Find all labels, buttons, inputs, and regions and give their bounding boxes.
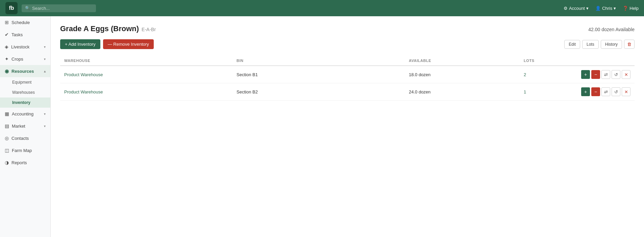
contacts-icon: ◎ [5, 135, 9, 141]
warehouses-label: Warehouses [12, 90, 35, 95]
user-chevron-icon: ▾ [614, 6, 616, 11]
delete-button[interactable]: 🗑 [624, 40, 635, 49]
sidebar-item-label: Schedule [11, 20, 30, 25]
row-actions-0: + − ⇄ ↺ ✕ [581, 70, 630, 79]
cell-bin-0: Section B1 [232, 66, 405, 83]
inventory-table: WAREHOUSE BIN AVAILABLE LOTS Product War… [60, 56, 635, 101]
resources-chevron-icon: ▴ [44, 69, 46, 73]
edit-button[interactable]: Edit [564, 40, 580, 49]
sidebar-item-crops[interactable]: ✦ Crops ▾ [0, 53, 50, 65]
help-icon: ❓ [623, 6, 628, 11]
equipment-label: Equipment [12, 80, 31, 85]
cell-lots-1: 1 [520, 83, 577, 101]
row-actions-1: + − ⇄ ↺ ✕ [581, 87, 630, 96]
lots-button[interactable]: Lots [582, 40, 599, 49]
sidebar-item-label: Reports [11, 160, 27, 165]
cell-bin-1: Section B2 [232, 83, 405, 101]
table-row: Product Warehouse Section B1 18.0 dozen … [60, 66, 635, 83]
lots-link-1[interactable]: 1 [524, 89, 526, 94]
sidebar-item-label: Contacts [11, 136, 29, 141]
sidebar-item-label: Crops [11, 57, 23, 62]
top-nav: fb 🔍 ⚙ Account ▾ 👤 Chris ▾ ❓ Help [0, 0, 644, 16]
action-left: + Add Inventory — Remove Inventory [60, 39, 154, 49]
app-logo: fb [5, 2, 18, 14]
page-header: Grade A Eggs (Brown) E-A-Br 42.00 dozen … [60, 24, 635, 33]
page-title: Grade A Eggs (Brown) [60, 24, 139, 33]
sidebar-item-contacts[interactable]: ◎ Contacts [0, 132, 50, 144]
sidebar-item-tasks[interactable]: ✔ Tasks [0, 28, 50, 41]
row-delete-button-1[interactable]: ✕ [622, 87, 630, 96]
row-add-button-1[interactable]: + [581, 87, 590, 96]
action-right: Edit Lots History 🗑 [564, 40, 635, 49]
table-row: Product Warehouse Section B2 24.0 dozen … [60, 83, 635, 101]
history-button[interactable]: History [601, 40, 622, 49]
sidebar-item-resources[interactable]: ◉ Resources ▴ [0, 65, 50, 77]
col-header-actions [577, 56, 635, 66]
sidebar-item-livestock[interactable]: ◈ Livestock ▾ [0, 41, 50, 53]
sidebar-item-schedule[interactable]: ⊞ Schedule [0, 16, 50, 28]
sidebar-subitem-warehouses[interactable]: Warehouses [0, 87, 50, 98]
available-text: 42.00 dozen Available [588, 27, 635, 32]
sidebar-subitem-equipment[interactable]: Equipment [0, 77, 50, 87]
row-transfer-button-1[interactable]: ⇄ [601, 87, 610, 96]
row-add-button-0[interactable]: + [581, 70, 590, 79]
sidebar-item-label: Farm Map [12, 148, 32, 153]
gear-icon: ⚙ [564, 6, 568, 11]
cell-lots-0: 2 [520, 66, 577, 83]
table-body: Product Warehouse Section B1 18.0 dozen … [60, 66, 635, 101]
remove-inventory-button[interactable]: — Remove Inventory [103, 39, 154, 49]
sidebar-subitem-inventory[interactable]: Inventory [0, 98, 50, 108]
sidebar-item-market[interactable]: ▤ Market ▾ [0, 120, 50, 132]
search-box: 🔍 [22, 4, 96, 12]
sidebar-item-accounting[interactable]: ▦ Accounting ▾ [0, 108, 50, 120]
nav-right: ⚙ Account ▾ 👤 Chris ▾ ❓ Help [564, 6, 639, 11]
sidebar-item-farm-map[interactable]: ◫ Farm Map [0, 144, 50, 156]
row-undo-button-1[interactable]: ↺ [612, 87, 620, 96]
resources-icon: ◉ [5, 68, 9, 74]
market-icon: ▤ [5, 123, 9, 129]
lots-link-0[interactable]: 2 [524, 72, 526, 77]
tasks-icon: ✔ [5, 32, 9, 37]
user-menu[interactable]: 👤 Chris ▾ [595, 6, 616, 11]
col-header-lots: LOTS [520, 56, 577, 66]
row-remove-button-1[interactable]: − [591, 87, 600, 96]
account-chevron-icon: ▾ [586, 6, 589, 11]
action-bar: + Add Inventory — Remove Inventory Edit … [60, 39, 635, 49]
account-menu[interactable]: ⚙ Account ▾ [564, 6, 589, 11]
market-chevron-icon: ▾ [44, 124, 46, 128]
farm-map-icon: ◫ [5, 148, 9, 153]
reports-icon: ◑ [5, 160, 9, 165]
row-transfer-button-0[interactable]: ⇄ [601, 70, 610, 79]
table-header: WAREHOUSE BIN AVAILABLE LOTS [60, 56, 635, 66]
col-header-available: AVAILABLE [405, 56, 520, 66]
sidebar-item-label: Resources [11, 69, 34, 74]
col-header-bin: BIN [232, 56, 405, 66]
row-remove-button-0[interactable]: − [591, 70, 600, 79]
sidebar-item-label: Tasks [11, 32, 23, 37]
user-label: Chris [602, 6, 612, 11]
row-delete-button-0[interactable]: ✕ [622, 70, 630, 79]
search-icon: 🔍 [25, 6, 30, 10]
sidebar-item-label: Market [12, 124, 25, 129]
main-content: Grade A Eggs (Brown) E-A-Br 42.00 dozen … [51, 16, 644, 237]
cell-available-1: 24.0 dozen [405, 83, 520, 101]
accounting-icon: ▦ [5, 111, 9, 116]
col-header-warehouse: WAREHOUSE [60, 56, 232, 66]
crops-icon: ✦ [5, 56, 9, 62]
warehouse-link-0[interactable]: Product Warehouse [64, 72, 103, 77]
livestock-icon: ◈ [5, 44, 8, 49]
row-undo-button-0[interactable]: ↺ [612, 70, 620, 79]
cell-warehouse-0: Product Warehouse [60, 66, 232, 83]
sidebar: ⊞ Schedule ✔ Tasks ◈ Livestock ▾ ✦ Crops… [0, 16, 51, 237]
help-link[interactable]: ❓ Help [623, 6, 639, 11]
search-input[interactable] [32, 6, 93, 11]
schedule-icon: ⊞ [5, 20, 9, 25]
add-inventory-button[interactable]: + Add Inventory [60, 39, 100, 49]
help-label: Help [629, 6, 639, 11]
sidebar-item-label: Accounting [12, 111, 33, 116]
sidebar-item-reports[interactable]: ◑ Reports [0, 156, 50, 169]
warehouse-link-1[interactable]: Product Warehouse [64, 89, 103, 94]
inventory-label: Inventory [12, 100, 30, 105]
page-title-block: Grade A Eggs (Brown) E-A-Br [60, 24, 156, 33]
cell-available-0: 18.0 dozen [405, 66, 520, 83]
